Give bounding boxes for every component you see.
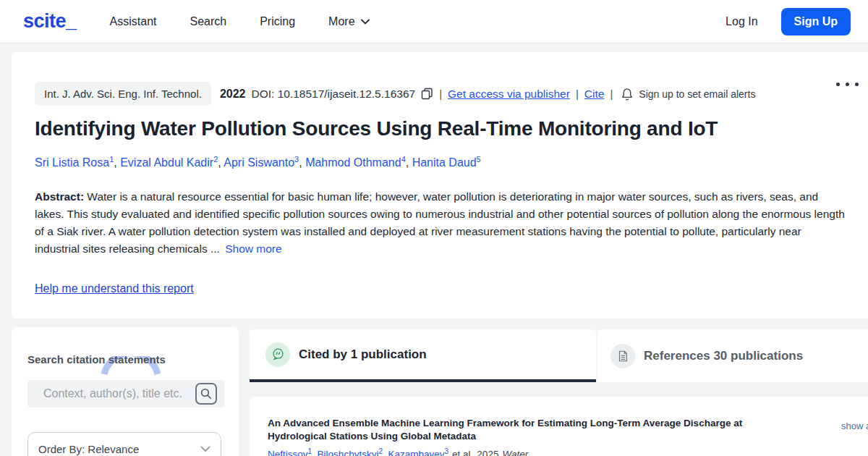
citation-et-al-link[interactable]: et al.	[452, 449, 473, 456]
top-navigation-bar: scite_ Assistant Search Pricing More Log…	[0, 0, 868, 43]
tab-references[interactable]: References 30 publications	[597, 329, 868, 382]
get-access-link[interactable]: Get access via publisher	[448, 88, 570, 101]
search-icon	[200, 388, 212, 400]
publication-year: 2022	[220, 88, 246, 101]
help-understand-report-link[interactable]: Help me understand this report	[35, 282, 194, 295]
author-link[interactable]: Hanita Daud5	[412, 156, 481, 169]
cite-link[interactable]: Cite	[584, 88, 605, 101]
separator: |	[576, 88, 579, 100]
citation-author-list: Neftissov1, Biloshchytskyi2, Kazambayev3	[268, 449, 448, 456]
order-by-value: Order By: Relevance	[38, 443, 139, 455]
dot	[846, 83, 849, 86]
citation-journal-link[interactable]: Water	[502, 449, 528, 456]
citation-list-item: An Advanced Ensemble Machine Learning Fr…	[268, 417, 745, 456]
abstract-text: Water is a natural resource essential fo…	[35, 190, 845, 255]
nav-pricing[interactable]: Pricing	[260, 15, 295, 28]
sign-up-button[interactable]: Sign Up	[781, 8, 851, 35]
paper-summary-card: Int. J. Adv. Sci. Eng. Inf. Technol. 202…	[12, 52, 868, 318]
nav-more-label: More	[328, 15, 354, 28]
citation-year: 2025	[477, 449, 498, 456]
citation-title-link[interactable]: An Advanced Ensemble Machine Learning Fr…	[268, 417, 745, 443]
document-icon	[610, 344, 635, 368]
author-link[interactable]: Biloshchytskyi2	[318, 449, 383, 456]
bell-icon	[621, 88, 633, 101]
separator: |	[610, 88, 613, 100]
author-link[interactable]: Sri Listia Rosa1	[35, 156, 114, 169]
doi-text: DOI: 10.18517/ijaseit.12.5.16367	[252, 88, 416, 101]
nav-search[interactable]: Search	[190, 15, 226, 28]
main-nav: Assistant Search Pricing More	[110, 15, 370, 28]
tab-cited-by-label: Cited by 1 publication	[299, 347, 427, 362]
tab-references-label: References 30 publications	[644, 349, 803, 363]
citation-search-sidebar: Search citation statements Order By: Rel…	[12, 327, 239, 456]
author-link[interactable]: Neftissov1	[268, 449, 312, 456]
author-link[interactable]: Kazambayev3	[388, 449, 448, 456]
paper-title: Identifying Water Pollution Sources Usin…	[35, 117, 852, 140]
tab-cited-by[interactable]: Cited by 1 publication	[250, 329, 596, 382]
nav-more[interactable]: More	[328, 15, 369, 28]
journal-badge: Int. J. Adv. Sci. Eng. Inf. Technol.	[35, 82, 211, 106]
email-alerts-link[interactable]: Sign up to set email alerts	[639, 88, 755, 100]
citation-quote-icon	[265, 342, 290, 367]
order-by-select[interactable]: Order By: Relevance	[27, 432, 221, 456]
paper-author-list: Sri Listia Rosa1, Evizal Abdul Kadir2, A…	[35, 155, 852, 169]
log-in-link[interactable]: Log In	[726, 15, 757, 28]
cited-by-panel: An Advanced Ensemble Machine Learning Fr…	[250, 397, 868, 456]
paper-meta-row: Int. J. Adv. Sci. Eng. Inf. Technol. 202…	[35, 82, 755, 106]
separator: |	[439, 88, 442, 100]
scite-logo[interactable]: scite_	[23, 10, 77, 33]
dot	[855, 83, 859, 86]
copy-doi-icon[interactable]	[421, 88, 433, 100]
abstract-label: Abstract:	[35, 190, 84, 203]
show-all-link[interactable]: show all	[841, 421, 868, 431]
chevron-down-icon	[361, 19, 370, 25]
author-link[interactable]: Evizal Abdul Kadir2	[120, 156, 218, 169]
dot	[836, 83, 840, 86]
chevron-down-icon	[200, 446, 210, 452]
sidebar-heading: Search citation statements	[27, 353, 166, 366]
author-link[interactable]: Apri Siswanto3	[224, 156, 299, 169]
more-options-button[interactable]	[832, 78, 863, 90]
paper-abstract: Abstract: Water is a natural resource es…	[35, 188, 846, 258]
citation-byline: Neftissov1, Biloshchytskyi2, Kazambayev3…	[268, 447, 745, 456]
citation-search-box	[27, 380, 224, 408]
header-actions: Log In Sign Up	[726, 8, 851, 35]
author-link[interactable]: Mahmod Othmand4	[305, 156, 406, 169]
show-more-link[interactable]: Show more	[225, 242, 281, 255]
search-submit-button[interactable]	[195, 383, 217, 405]
nav-assistant[interactable]: Assistant	[110, 15, 157, 28]
